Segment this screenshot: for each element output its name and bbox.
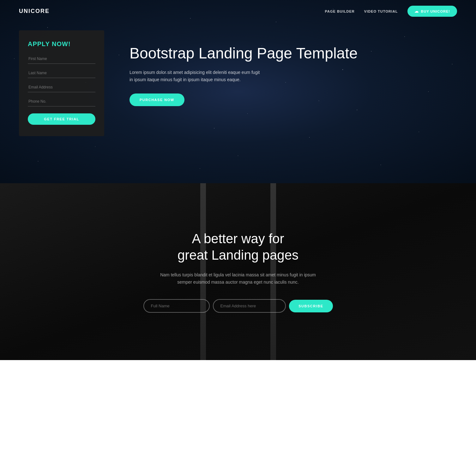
purchase-button[interactable]: PURCHASE NOW [130,93,184,106]
escalator-heading-line1: A better way for [192,231,284,246]
escalator-heading: A better way for great Landing pages [143,231,333,264]
subscribe-email-input[interactable] [213,299,286,313]
escalator-description: Nam tellus turpis blandit et ligula vel … [156,271,320,286]
buy-button[interactable]: ☁ BUY UNICORE! [407,6,457,17]
email-input[interactable] [28,82,95,92]
cloud-icon: ☁ [414,9,419,14]
nav-links: PAGE BUILDER VIDEO TUTORIAL ☁ BUY UNICOR… [325,6,457,17]
hero-text-block: Bootstrap Landing Page Template Lorem ip… [130,32,457,106]
escalator-content: A better way for great Landing pages Nam… [143,231,333,313]
hero-section: UNICORE PAGE BUILDER VIDEO TUTORIAL ☁ BU… [0,0,476,183]
escalator-heading-line2: great Landing pages [178,248,298,262]
nav-video-tutorial[interactable]: VIDEO TUTORIAL [364,9,398,13]
hero-heading: Bootstrap Landing Page Template [130,45,457,62]
first-name-input[interactable] [28,54,95,64]
buy-button-label: BUY UNICORE! [421,9,450,13]
escalator-section: A better way for great Landing pages Nam… [0,183,476,360]
form-title: APPLY NOW! [28,40,95,48]
subscribe-button[interactable]: SUBSCRIBE [289,300,333,312]
subscribe-fullname-input[interactable] [143,299,210,313]
last-name-input[interactable] [28,68,95,78]
apply-form-card: APPLY NOW! GET FREE TRIAL [19,30,104,136]
navbar: UNICORE PAGE BUILDER VIDEO TUTORIAL ☁ BU… [0,0,476,22]
brand-logo: UNICORE [19,8,50,15]
free-trial-button[interactable]: GET FREE TRIAL [28,113,95,125]
nav-page-builder[interactable]: PAGE BUILDER [325,9,355,13]
hero-content: APPLY NOW! GET FREE TRIAL Bootstrap Land… [0,22,476,155]
phone-input[interactable] [28,97,95,106]
subscribe-row: SUBSCRIBE [143,299,333,313]
hero-description: Lorem ipsum dolor sit amet adipisicing e… [130,69,262,83]
